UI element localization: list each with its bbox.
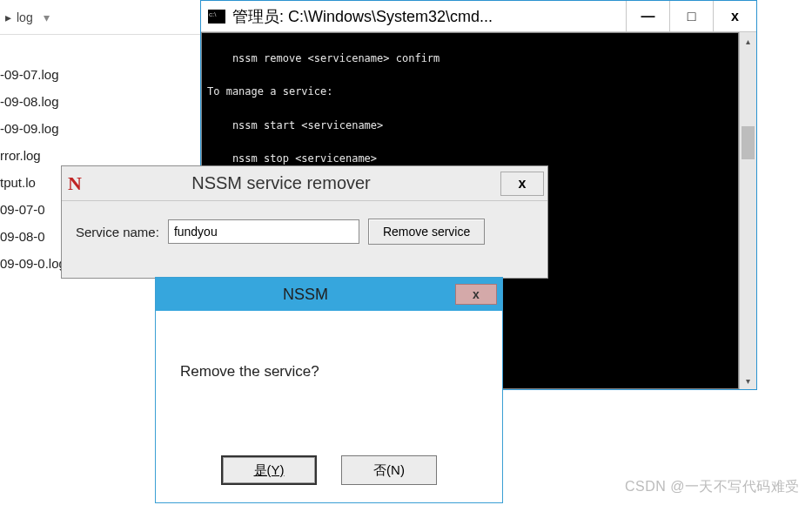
list-item[interactable]: -09-08.log — [0, 88, 200, 115]
cmd-icon — [208, 10, 225, 24]
cmd-titlebar[interactable]: 管理员: C:\Windows\System32\cmd... — □ x — [201, 1, 756, 32]
remover-titlebar[interactable]: N NSSM service remover x — [62, 166, 547, 201]
breadcrumb-separator-icon: ▸ — [5, 10, 11, 24]
breadcrumb-dropdown-icon[interactable]: ▾ — [44, 10, 50, 24]
close-button[interactable]: x — [455, 284, 497, 305]
watermark: CSDN @一天不写代码难受 — [625, 478, 800, 496]
no-button[interactable]: 否(N) — [341, 455, 437, 485]
scroll-up-icon[interactable]: ▴ — [740, 32, 756, 50]
minimize-button[interactable]: — — [626, 1, 669, 31]
list-item[interactable]: -09-07.log — [0, 61, 200, 88]
scroll-down-icon[interactable]: ▾ — [740, 372, 756, 389]
scroll-track[interactable] — [740, 50, 756, 372]
confirm-titlebar[interactable]: NSSM x — [156, 278, 502, 311]
nssm-confirm-dialog: NSSM x Remove the service? 是(Y) 否(N) — [155, 277, 503, 503]
scrollbar-vertical[interactable]: ▴ ▾ — [739, 32, 756, 389]
cmd-title-text: 管理员: C:\Windows\System32\cmd... — [232, 6, 626, 27]
list-item[interactable]: -09-09.log — [0, 115, 200, 142]
breadcrumb[interactable]: ▸ log ▾ — [0, 0, 200, 35]
service-name-label: Service name: — [76, 225, 159, 239]
close-button[interactable]: x — [713, 1, 756, 31]
confirm-title: NSSM — [156, 286, 455, 304]
scroll-thumb[interactable] — [742, 126, 755, 159]
service-name-input[interactable] — [168, 219, 359, 244]
remove-service-button[interactable]: Remove service — [368, 219, 485, 245]
remover-title: NSSM service remover — [88, 173, 500, 193]
nssm-icon: N — [62, 172, 88, 195]
close-button[interactable]: x — [500, 172, 544, 196]
yes-button[interactable]: 是(Y) — [221, 455, 317, 485]
breadcrumb-segment[interactable]: log — [17, 10, 33, 24]
nssm-remover-dialog: N NSSM service remover x Service name: R… — [61, 165, 548, 279]
maximize-button[interactable]: □ — [669, 1, 713, 31]
confirm-message: Remove the service? — [180, 363, 478, 380]
